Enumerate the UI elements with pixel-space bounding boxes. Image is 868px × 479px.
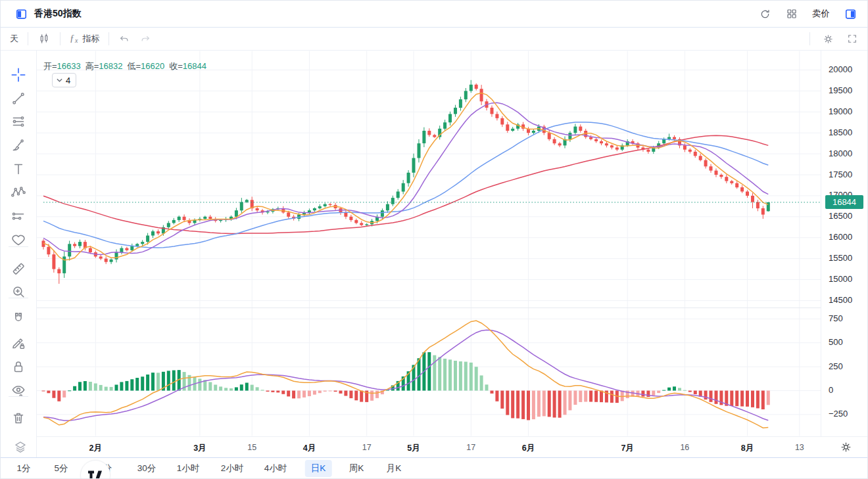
sell-price-button[interactable]: 卖价 — [812, 8, 830, 20]
price-tick-label: 15000 — [829, 274, 852, 285]
high-value: 16832 — [99, 61, 122, 71]
last-price-tag: 16844 — [825, 195, 863, 209]
time-tick-label: 17 — [351, 443, 383, 452]
indicators-collapse-chip[interactable]: 4 — [52, 73, 76, 87]
refresh-icon[interactable] — [759, 8, 771, 20]
drawing-lock-icon[interactable] — [10, 334, 27, 352]
price-tick-label: 20000 — [829, 64, 852, 75]
panel-right-toggle-icon[interactable] — [844, 8, 857, 20]
time-tick-label: 3月 — [184, 443, 216, 454]
undo-icon[interactable] — [118, 33, 130, 45]
redo-icon[interactable] — [139, 33, 151, 45]
candlestick-chart[interactable] — [37, 51, 821, 436]
tab-label: 4小时 — [258, 460, 293, 477]
ruler-icon[interactable] — [10, 260, 27, 277]
time-tick-label: 6月 — [512, 443, 544, 454]
lock-all-icon[interactable] — [10, 358, 27, 375]
page-title: 香港50指数 — [34, 8, 82, 20]
tab-1分[interactable]: 1分 — [11, 458, 36, 479]
price-tick-label: 16500 — [829, 211, 852, 221]
macd-tick-label: 500 — [829, 337, 843, 348]
tab-月K[interactable]: 月K — [381, 458, 408, 479]
ohlc-legend: 开=16633高=16832低=16620收=16844 — [43, 60, 211, 72]
price-tick-label: 14500 — [829, 295, 852, 306]
trading-app-window: 香港50指数 卖价 天 ƒx 指标 — [0, 0, 868, 479]
fullscreen-icon[interactable] — [846, 33, 858, 45]
toolbar-divider — [809, 32, 810, 45]
sidebar-divider — [9, 246, 28, 247]
drawing-tools-sidebar — [1, 51, 37, 457]
trash-icon[interactable] — [10, 409, 27, 426]
tab-4小时[interactable]: 4小时 — [258, 458, 293, 479]
time-tick-label: 17 — [455, 443, 487, 452]
price-tick-label: 18000 — [829, 148, 852, 159]
price-axis[interactable]: 16844 2000019500190001850018000175001700… — [821, 51, 868, 436]
price-tick-label: 15500 — [829, 253, 852, 263]
toolbar-divider — [60, 32, 60, 45]
macd-tick-label: 0 — [829, 385, 833, 396]
low-value: 16620 — [141, 61, 164, 71]
macd-tick-label: 750 — [829, 313, 843, 324]
magnet-icon[interactable] — [10, 310, 27, 327]
candles-layer — [42, 80, 770, 284]
tab-1小时[interactable]: 1小时 — [171, 458, 206, 479]
tab-周K[interactable]: 周K — [343, 458, 370, 479]
time-tick-label: 13 — [784, 443, 815, 452]
tab-日K[interactable]: 日K — [305, 458, 332, 479]
chart-settings-gear-icon[interactable] — [822, 33, 834, 45]
panel-left-toggle-icon[interactable] — [15, 8, 28, 20]
text-icon[interactable] — [10, 160, 27, 177]
time-tick-label: 8月 — [732, 443, 763, 454]
tab-label: 周K — [343, 460, 370, 477]
tab-label: 月K — [381, 460, 408, 477]
chart-style-candles-icon[interactable] — [37, 32, 51, 45]
tab-label: 1小时 — [171, 460, 206, 477]
fib-retracement-icon[interactable] — [10, 113, 27, 130]
macd-layer — [42, 321, 770, 428]
sidebar-divider — [9, 396, 28, 397]
time-axis[interactable]: 2月3月154月175月176月7月168月13 — [37, 436, 868, 457]
indicators-button[interactable]: ƒx 指标 — [70, 33, 99, 45]
time-tick-label: 7月 — [612, 443, 643, 454]
tab-label: 1分 — [11, 460, 36, 477]
time-tick-label: 5月 — [398, 443, 429, 454]
tab-2小时[interactable]: 2小时 — [215, 458, 250, 479]
timeframe-tabbar: 1分5分15分30分1小时2小时4小时日K周K月K — [1, 457, 867, 479]
grid-layout-icon[interactable] — [786, 8, 798, 20]
tab-label: 5分 — [48, 460, 74, 477]
time-tick-label: 4月 — [293, 443, 325, 454]
price-tick-label: 16000 — [829, 232, 852, 242]
position-icon[interactable] — [10, 208, 27, 225]
tab-5分[interactable]: 5分 — [48, 458, 74, 479]
price-tick-label: 19000 — [829, 106, 852, 117]
price-tick-label: 17500 — [829, 170, 852, 180]
tab-label: 30分 — [132, 460, 162, 477]
sidebar-divider — [9, 298, 28, 298]
crosshair-icon[interactable] — [10, 66, 27, 83]
time-tick-label: 15 — [236, 443, 268, 452]
theme-sun-icon[interactable] — [840, 441, 852, 453]
close-value: 16844 — [183, 61, 206, 71]
time-tick-label: 2月 — [80, 443, 111, 454]
fx-icon: ƒ — [70, 34, 74, 44]
header-bar: 香港50指数 卖价 — [1, 1, 867, 28]
chart-plot-area — [37, 51, 821, 436]
trend-line-icon[interactable] — [10, 90, 27, 107]
chevron-down-icon — [57, 78, 62, 82]
tab-label: 日K — [305, 460, 332, 477]
open-value: 16633 — [57, 61, 81, 71]
brush-icon[interactable] — [10, 137, 27, 154]
macd-tick-label: 250 — [829, 361, 843, 372]
price-tick-label: 18500 — [829, 127, 852, 138]
object-tree-layers-icon[interactable] — [12, 439, 29, 456]
tab-label: 2小时 — [215, 460, 250, 477]
interval-button[interactable]: 天 — [10, 33, 18, 45]
pattern-icon[interactable] — [10, 184, 27, 201]
price-tick-label: 19500 — [829, 85, 852, 96]
chart-toolbar: 天 ƒx 指标 — [1, 28, 867, 51]
toolbar-divider — [108, 32, 109, 45]
time-tick-label: 16 — [669, 443, 700, 452]
macd-tick-label: −250 — [829, 409, 848, 419]
toolbar-divider — [28, 32, 28, 45]
tab-30分[interactable]: 30分 — [132, 458, 162, 479]
